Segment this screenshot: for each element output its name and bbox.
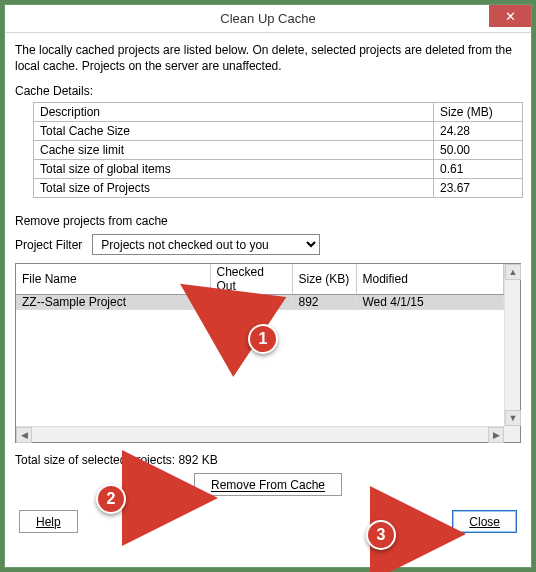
col-checked-out[interactable]: Checked Out bbox=[210, 264, 292, 295]
table-row: Cache size limit50.00 bbox=[34, 141, 523, 160]
col-size-mb: Size (MB) bbox=[434, 103, 523, 122]
titlebar: Clean Up Cache ✕ bbox=[5, 5, 531, 33]
scroll-right-icon[interactable]: ▶ bbox=[488, 427, 504, 443]
scroll-down-icon[interactable]: ▼ bbox=[505, 410, 521, 426]
total-selected-label: Total size of selected projects: 892 KB bbox=[15, 453, 521, 467]
horizontal-scrollbar[interactable]: ◀ ▶ bbox=[16, 426, 504, 442]
window-title: Clean Up Cache bbox=[5, 11, 531, 26]
scroll-left-icon[interactable]: ◀ bbox=[16, 427, 32, 443]
remove-from-cache-button[interactable]: Remove From Cache bbox=[194, 473, 342, 496]
filter-row: Project Filter Projects not checked out … bbox=[15, 234, 521, 255]
scroll-up-icon[interactable]: ▲ bbox=[505, 264, 521, 280]
col-description: Description bbox=[34, 103, 434, 122]
col-modified[interactable]: Modified bbox=[356, 264, 504, 295]
close-button[interactable]: Close bbox=[452, 510, 517, 533]
intro-text: The locally cached projects are listed b… bbox=[15, 43, 521, 74]
table-row: Total Cache Size24.28 bbox=[34, 122, 523, 141]
scroll-corner bbox=[504, 426, 520, 442]
project-filter-select[interactable]: Projects not checked out to you bbox=[92, 234, 320, 255]
col-file-name[interactable]: File Name bbox=[16, 264, 210, 295]
help-button[interactable]: Help bbox=[19, 510, 78, 533]
cache-details-label: Cache Details: bbox=[15, 84, 521, 98]
vertical-scrollbar[interactable]: ▲ ▼ bbox=[504, 264, 520, 426]
projects-list: File Name Checked Out Size (KB) Modified… bbox=[15, 263, 521, 443]
list-item[interactable]: ZZ--Sample Project No 892 Wed 4/1/15 bbox=[16, 295, 504, 310]
remove-section-label: Remove projects from cache bbox=[15, 214, 521, 228]
filter-label: Project Filter bbox=[15, 238, 82, 252]
close-icon[interactable]: ✕ bbox=[489, 5, 531, 27]
dialog-content: The locally cached projects are listed b… bbox=[5, 33, 531, 541]
table-row: Total size of Projects23.67 bbox=[34, 179, 523, 198]
cache-details-table: Description Size (MB) Total Cache Size24… bbox=[33, 102, 523, 198]
table-row: Total size of global items0.61 bbox=[34, 160, 523, 179]
dialog-window: Clean Up Cache ✕ The locally cached proj… bbox=[4, 4, 532, 568]
col-size-kb[interactable]: Size (KB) bbox=[292, 264, 356, 295]
